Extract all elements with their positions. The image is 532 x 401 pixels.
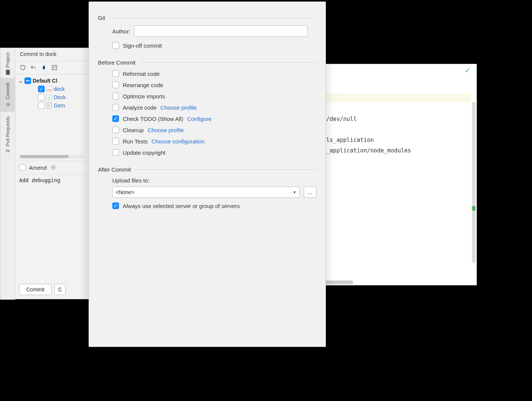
option-label: Rearrange code: [123, 82, 163, 88]
pull-request-icon: ⇆: [6, 148, 10, 154]
section-after-title: After Commit: [98, 166, 316, 173]
cleanup-profile-link[interactable]: Choose profile: [148, 127, 184, 133]
checkbox[interactable]: [38, 94, 45, 101]
checkbox[interactable]: ✓: [112, 115, 119, 122]
always-use-server-row[interactable]: ✓ Always use selected server or group of…: [112, 202, 316, 209]
before-commit-options: Reformat code Rearrange code Optimize im…: [112, 70, 316, 156]
sidebar-tab-label: Commit: [5, 83, 11, 99]
optimize-imports-row[interactable]: Optimize imports: [112, 93, 316, 99]
yml-file-icon: YML: [46, 86, 52, 92]
tool-window-tabs: ▇ Project ◎ Commit ⇆ Pull Requests: [0, 48, 15, 300]
analyze-profile-link[interactable]: Choose profile: [160, 104, 197, 111]
refresh-icon[interactable]: [18, 63, 28, 72]
sidebar-tab-pull-requests[interactable]: ⇆ Pull Requests: [0, 112, 15, 157]
analyze-code-row[interactable]: Analyze code Choose profile: [112, 104, 316, 111]
section-before-title: Before Commit: [98, 59, 316, 66]
svg-text:D: D: [48, 96, 50, 99]
tree-root-label: Default Cl: [33, 78, 57, 84]
sidebar-tab-project[interactable]: ▇ Project: [0, 48, 15, 78]
amend-checkbox[interactable]: [19, 164, 26, 171]
run-tests-config-link[interactable]: Choose configuration: [151, 138, 205, 145]
commit-options-popup: Git Author: Sign-off commit Before Commi…: [89, 2, 326, 347]
commit-buttons: Commit C: [15, 280, 90, 299]
editor-area: ✓ " f /dev/null ails_application ls_appl…: [319, 64, 477, 285]
option-label: Optimize imports: [123, 93, 165, 99]
scrollbar-horizontal[interactable]: [19, 155, 86, 158]
sidebar-tab-label: Project: [5, 53, 11, 68]
file-name: dock: [54, 86, 65, 92]
reformat-code-row[interactable]: Reformat code: [112, 70, 316, 77]
amend-label: Amend: [29, 164, 47, 171]
upload-label-row: Upload files to:: [112, 177, 316, 184]
option-label: Update copyright: [123, 149, 165, 156]
section-git-title: Git: [98, 15, 316, 21]
checkbox[interactable]: [112, 81, 119, 88]
checkbox-indeterminate[interactable]: [24, 77, 31, 84]
code-viewport[interactable]: " f /dev/null ails_application ls_applic…: [320, 64, 476, 219]
rearrange-code-row[interactable]: Rearrange code: [112, 81, 316, 88]
upload-select[interactable]: <None> ▼: [112, 187, 300, 198]
run-tests-row[interactable]: Run Tests Choose configuration: [112, 138, 316, 145]
code-line: ls_application/node_modules: [320, 147, 411, 154]
svg-rect-0: [52, 65, 57, 70]
checkbox[interactable]: [112, 149, 119, 156]
chevron-down-icon: ▼: [292, 190, 297, 194]
tree-file-row[interactable]: D Dock: [17, 93, 88, 101]
gutter-marker: [472, 206, 475, 211]
commit-icon: ◎: [5, 102, 11, 107]
scrollbar-vertical[interactable]: [472, 102, 476, 263]
commit-panel-body: Commit to dock ⌄ Default Cl ✓ YML dock: [15, 48, 90, 299]
check-todo-row[interactable]: ✓ Check TODO (Show All) Configure: [112, 115, 316, 122]
upload-select-row: <None> ▼ …: [112, 187, 316, 198]
chevron-down-icon[interactable]: ⌄: [18, 78, 23, 84]
signoff-label: Sign-off commit: [123, 42, 162, 49]
highlighted-line: [320, 93, 471, 103]
option-label: Reformat code: [123, 71, 160, 77]
svg-point-6: [52, 167, 54, 168]
checkbox[interactable]: [112, 70, 119, 77]
tree-file-row[interactable]: Gem: [17, 101, 88, 110]
amend-row: Amend: [15, 161, 90, 174]
upload-more-button[interactable]: …: [304, 187, 316, 198]
checkbox[interactable]: [112, 93, 119, 99]
option-label: Run Tests: [123, 138, 148, 145]
commit-toolbar: [15, 61, 90, 74]
changes-tree: ⌄ Default Cl ✓ YML dock D Dock Gem: [15, 74, 90, 161]
cleanup-row[interactable]: Cleanup Choose profile: [112, 127, 316, 133]
gear-icon[interactable]: [50, 164, 57, 171]
checkbox[interactable]: ✓: [112, 202, 119, 209]
commit-button[interactable]: Commit: [19, 284, 51, 295]
update-copyright-row[interactable]: Update copyright: [112, 149, 316, 156]
option-label: Analyze code: [123, 104, 157, 111]
file-name: Dock: [54, 94, 66, 100]
sidebar-tab-commit[interactable]: ◎ Commit: [0, 78, 15, 112]
commit-message-area[interactable]: Add debugging: [15, 174, 90, 280]
code-line: ails_application: [320, 137, 374, 143]
rollback-icon[interactable]: [28, 63, 39, 72]
diff-icon[interactable]: [39, 63, 49, 72]
commit-secondary-button[interactable]: C: [54, 284, 66, 295]
checkbox[interactable]: [112, 138, 119, 145]
checkbox[interactable]: ✓: [38, 86, 45, 92]
changelist-icon[interactable]: [49, 63, 60, 72]
checkbox[interactable]: [112, 104, 119, 111]
docker-file-icon: D: [46, 94, 52, 100]
tree-root[interactable]: ⌄ Default Cl: [17, 77, 88, 85]
file-name: Gem: [54, 103, 65, 109]
signoff-row[interactable]: Sign-off commit: [112, 42, 316, 49]
checkbox[interactable]: [112, 127, 119, 133]
tree-file-row[interactable]: ✓ YML dock: [17, 85, 88, 93]
sidebar-tab-label: Pull Requests: [5, 116, 11, 146]
panel-title: Commit to dock: [15, 48, 90, 61]
signoff-checkbox[interactable]: [112, 42, 119, 49]
option-label: Check TODO (Show All): [123, 116, 183, 122]
commit-tool-window: ▇ Project ◎ Commit ⇆ Pull Requests Commi…: [0, 48, 90, 299]
svg-text:YML: YML: [47, 89, 52, 91]
text-file-icon: [46, 103, 52, 109]
author-input[interactable]: [134, 26, 307, 37]
upload-select-value: <None>: [116, 189, 134, 195]
option-label: Always use selected server or group of s…: [123, 203, 240, 209]
check-icon: ✓: [465, 66, 470, 75]
checkbox[interactable]: [38, 102, 45, 109]
todo-configure-link[interactable]: Configure: [187, 116, 211, 122]
